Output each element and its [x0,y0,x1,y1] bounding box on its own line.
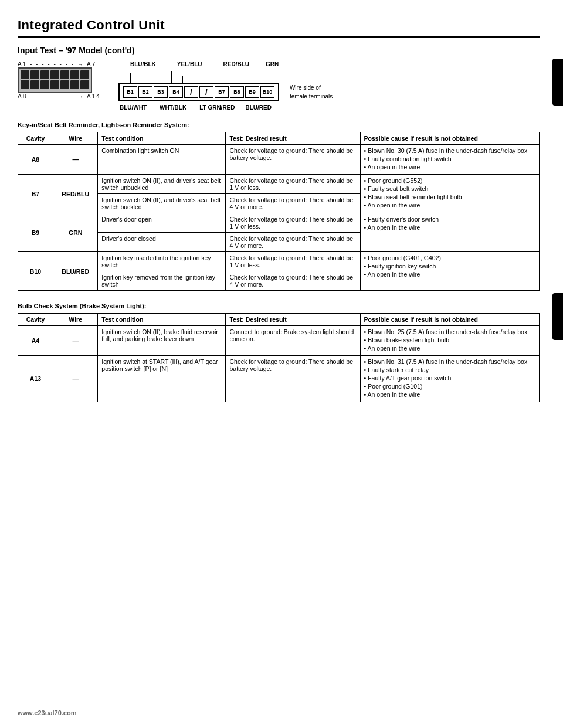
wire-label-redblu: RED/BLU [223,61,249,67]
pin [40,70,49,79]
cell-result: Check for voltage to ground: There shoul… [226,252,360,271]
connector-row-2 [21,80,89,89]
terminal-b2: B2 [138,86,152,98]
table-row: B10BLU/REDIgnition key inserted into the… [18,252,540,271]
wire-label-grn: GRN [266,61,279,67]
terminal-slash2: / [199,86,213,98]
cell-result: Check for voltage to ground: There shoul… [226,213,360,233]
cell-cause: Blown No. 25 (7.5 A) fuse in the under-d… [360,326,539,356]
terminal-b9: B9 [245,86,259,98]
cause-item: Faulty A/T gear position switch [364,375,535,382]
cell-cause: Faulty driver's door switchAn open in th… [360,213,539,252]
th-result2: Test: Desired result [226,314,360,326]
cell-cause: Blown No. 30 (7.5 A) fuse in the under-d… [360,145,539,175]
cause-item: Faulty ignition key switch [364,263,535,270]
cell-cavity: A13 [18,356,53,402]
cause-item: An open in the wire [364,391,535,398]
cell-test: Ignition switch ON (II), and driver's se… [98,194,226,213]
cell-result: Check for voltage to ground: There shoul… [226,175,360,194]
cause-item: Blown brake system light bulb [364,336,535,343]
table-row: A13—Ignition switch at START (III), and … [18,356,540,402]
cell-cavity: B9 [18,213,53,252]
wire-label-ltgrnred: LT GRN/RED [199,104,235,111]
table-header-row: Cavity Wire Test condition Test: Desired… [18,132,540,145]
section1-title: Key-in/Seat Belt Reminder, Lights-on Rem… [18,121,540,128]
right-tab-2 [552,293,563,340]
cell-result: Check for voltage to ground: There shoul… [226,271,360,291]
table-row: B9GRNDriver's door openCheck for voltage… [18,213,540,233]
cell-cause: Poor ground (G552)Faulty seat belt switc… [360,175,539,213]
cell-result: Check for voltage to ground: There shoul… [226,233,360,252]
cell-test: Ignition switch at START (III), and A/T … [98,356,226,402]
cause-item: An open in the wire [364,164,535,171]
pin [50,70,59,79]
cell-test: Ignition switch ON (II), and driver's se… [98,175,226,194]
connector-top-label: A1 - - - - - - - - → A7 [18,61,96,67]
table-row: B7RED/BLUIgnition switch ON (II), and dr… [18,175,540,194]
cell-wire: BLU/RED [53,252,97,291]
cause-item: Poor ground (G101) [364,383,535,390]
cause-item: Blown No. 25 (7.5 A) fuse in the under-d… [364,328,535,335]
section2-table: Cavity Wire Test condition Test: Desired… [18,313,540,402]
connector-row-1 [21,70,89,79]
cause-item: Faulty combination light switch [364,155,535,162]
wire-label-blublk: BLU/BLK [130,61,156,67]
cell-wire: RED/BLU [53,175,97,213]
title-divider [18,36,540,38]
table-row: A8—Combination light switch ONCheck for … [18,145,540,175]
page-title: Integrated Control Unit [18,18,540,33]
cause-item: Faulty seat belt switch [364,185,535,192]
wire-label-bluwht: BLU/WHT [120,104,147,111]
wire-label-blured: BLU/RED [246,104,272,111]
wire-side-label: Wire side offemale terminals [290,83,333,101]
cause-item: An open in the wire [364,345,535,352]
cell-cavity: A8 [18,145,53,175]
th-cavity: Cavity [18,132,53,145]
terminal-row-wrapper: B1 B2 B3 B4 / / B7 B8 B9 B10 Wire side o… [118,83,333,101]
pin [21,70,29,79]
pin [30,80,39,89]
cell-wire: — [53,356,97,402]
cause-item: Blown seat belt reminder light bulb [364,193,535,200]
pin [50,80,59,89]
cause-item: An open in the wire [364,224,535,231]
th-result: Test: Desired result [226,132,360,145]
pin [70,70,79,79]
cell-result: Connect to ground: Brake system light sh… [226,326,360,356]
th-cause2: Possible cause if result is not obtained [360,314,539,326]
section1-table: Cavity Wire Test condition Test: Desired… [18,132,540,291]
pin [40,80,49,89]
terminal-b1: B1 [123,86,137,98]
cell-wire: — [53,326,97,356]
section-title: Input Test – '97 Model (cont'd) [18,46,540,55]
th-wire: Wire [53,132,97,145]
pin [30,70,39,79]
cell-wire: GRN [53,213,97,252]
cause-item: An open in the wire [364,202,535,209]
th-test: Test condition [98,132,226,145]
cell-test: Ignition switch ON (II), brake fluid res… [98,326,226,356]
wire-label-whtblk: WHT/BLK [160,104,186,111]
pin [70,80,79,89]
terminal-slash1: / [184,86,198,98]
terminal-b10: B10 [260,86,274,98]
cause-item: Blown No. 31 (7.5 A) fuse in the under-d… [364,358,535,365]
cell-test: Ignition key inserted into the ignition … [98,252,226,271]
cause-item: Faulty starter cut relay [364,366,535,373]
cell-result: Check for voltage to ground: There shoul… [226,145,360,175]
cell-result: Check for voltage to ground: There shoul… [226,356,360,402]
cell-test: Driver's door open [98,213,226,233]
pin [21,80,29,89]
right-tab-1 [552,59,563,106]
cell-result: Check for voltage to ground: There shoul… [226,194,360,213]
cause-item: An open in the wire [364,271,535,278]
page-footer: www.e23ual70.com [18,709,76,716]
th-test2: Test condition [98,314,226,326]
cell-test: Combination light switch ON [98,145,226,175]
pin [60,80,69,89]
cell-cavity: B7 [18,175,53,213]
pin [80,80,89,89]
connector-box [18,67,92,93]
cause-item: Poor ground (G552) [364,177,535,184]
cell-cavity: A4 [18,326,53,356]
